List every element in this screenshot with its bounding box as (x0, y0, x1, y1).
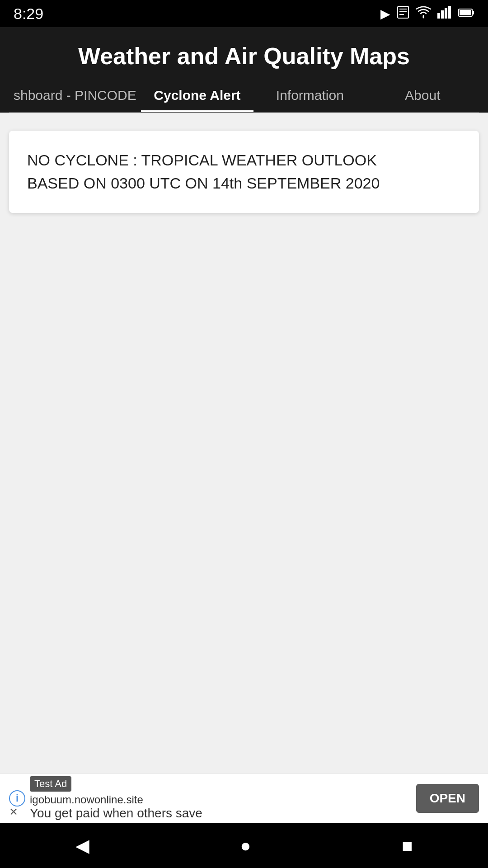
svg-rect-9 (460, 10, 471, 15)
tab-information[interactable]: Information (253, 79, 366, 112)
ad-text-container: Test Ad igobuum.nowonline.site You get p… (30, 776, 416, 821)
nav-back-button[interactable]: ◀ (62, 830, 103, 860)
app-title: Weather and Air Quality Maps (9, 38, 479, 79)
battery-icon (458, 6, 474, 21)
ad-open-button[interactable]: OPEN (416, 784, 479, 813)
notes-icon (397, 5, 409, 22)
svg-rect-5 (441, 10, 444, 19)
nav-home-button[interactable]: ● (226, 831, 264, 860)
svg-rect-10 (472, 11, 474, 14)
ad-info-icon: i (9, 790, 25, 807)
status-icons: ▶ (380, 5, 474, 22)
status-time: 8:29 (14, 5, 43, 23)
wifi-icon (416, 6, 431, 22)
alert-card: NO CYCLONE : TROPICAL WEATHER OUTLOOK BA… (9, 131, 479, 213)
tab-cyclone-alert[interactable]: Cyclone Alert (141, 79, 253, 112)
svg-rect-4 (437, 13, 440, 19)
ad-close-icon[interactable]: ✕ (9, 806, 18, 818)
nav-recent-button[interactable]: ■ (388, 831, 426, 860)
tab-about[interactable]: About (366, 79, 479, 112)
svg-rect-6 (445, 8, 447, 19)
ad-banner: i Test Ad igobuum.nowonline.site You get… (0, 773, 488, 823)
status-bar: 8:29 ▶ (0, 0, 488, 27)
ad-label: Test Ad (30, 776, 71, 792)
signal-icon (437, 6, 452, 22)
tab-dashboard[interactable]: shboard - PINCODE (9, 79, 141, 112)
tabs-container: shboard - PINCODE Cyclone Alert Informat… (9, 79, 479, 113)
main-content: NO CYCLONE : TROPICAL WEATHER OUTLOOK BA… (0, 113, 488, 773)
ad-description: You get paid when others save (30, 806, 416, 821)
nav-bar: ◀ ● ■ (0, 823, 488, 868)
alert-text-line1: NO CYCLONE : TROPICAL WEATHER OUTLOOK BA… (27, 149, 461, 195)
play-icon: ▶ (380, 6, 390, 21)
ad-domain: igobuum.nowonline.site (30, 793, 416, 806)
svg-rect-7 (448, 6, 451, 19)
app-header: Weather and Air Quality Maps shboard - P… (0, 27, 488, 113)
